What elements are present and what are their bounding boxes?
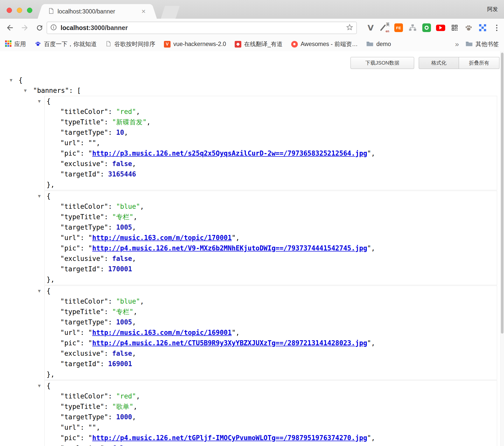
json-number: 1000 bbox=[116, 413, 132, 421]
sitemap-extension-icon[interactable] bbox=[407, 22, 418, 33]
collapse-toggle-icon[interactable]: ▼ bbox=[10, 75, 12, 85]
json-line: "titleColor": "blue", bbox=[45, 296, 497, 307]
json-line: "titleColor": "blue", bbox=[45, 201, 497, 212]
tab-close-icon[interactable]: × bbox=[141, 8, 147, 15]
json-key: "typeTitle" bbox=[60, 308, 104, 316]
json-line: "typeTitle": "专栏", bbox=[45, 307, 497, 317]
bookmark-item-demo-folder[interactable]: demo bbox=[366, 41, 391, 48]
vimium-extension-icon[interactable]: V bbox=[365, 22, 376, 33]
minimize-window-button[interactable] bbox=[17, 8, 22, 13]
youdao-dict-extension-icon[interactable]: 英 en bbox=[379, 22, 390, 33]
collapse-toggle-icon[interactable]: ▼ bbox=[38, 286, 41, 296]
bookmark-label: 在线翻译_有道 bbox=[244, 40, 283, 48]
extensions-row: V 英 en FE bbox=[365, 19, 502, 37]
collapse-toggle-icon[interactable]: ▼ bbox=[24, 85, 27, 96]
json-url-link[interactable]: http://p4.music.126.net/tGPljf-IMOCyPvum… bbox=[92, 434, 367, 442]
json-string: "新碟首发" bbox=[112, 118, 147, 126]
bookmark-item-vue-hackernews[interactable]: V vue-hackernews-2.0 bbox=[164, 41, 226, 48]
json-string: "blue" bbox=[116, 203, 140, 210]
json-object-box: ▼{"titleColor": "blue","typeTitle": "专栏"… bbox=[44, 286, 497, 380]
youdao-pen-icon: 英 en bbox=[380, 23, 389, 33]
kebab-menu-icon bbox=[496, 25, 497, 31]
fehelper-extension-icon[interactable]: FE bbox=[393, 22, 404, 33]
reload-button[interactable] bbox=[35, 23, 44, 32]
close-window-button[interactable] bbox=[7, 8, 12, 13]
page-info-icon[interactable] bbox=[50, 24, 57, 32]
paw-extension-icon[interactable] bbox=[463, 22, 474, 33]
json-line: "typeTitle": "新碟首发", bbox=[45, 117, 497, 127]
json-key: "targetId" bbox=[60, 170, 100, 178]
json-boolean: false bbox=[112, 255, 132, 262]
bookmarks-bar: 应用 百度一下，你就知道 谷歌按时间排序 V vue-hackernews-2.… bbox=[0, 37, 504, 51]
green-shield-extension-icon[interactable] bbox=[421, 22, 432, 33]
forward-button[interactable] bbox=[20, 23, 29, 32]
json-line: "pic": "http://p4.music.126.net/V9-MXz6b… bbox=[45, 243, 497, 254]
bookmarks-bar-right: » 其他书签 bbox=[455, 40, 499, 48]
scrollbar-thumb[interactable] bbox=[501, 53, 503, 334]
json-key: "targetType" bbox=[60, 129, 108, 136]
json-key: "url" bbox=[60, 234, 80, 242]
bookmark-item-baidu[interactable]: 百度一下，你就知道 bbox=[35, 40, 97, 48]
browser-window: localhost:3000/banner × 阿发 localhost:300… bbox=[0, 0, 504, 446]
bookmark-item-awesomes[interactable]: Awesomes - 前端资… bbox=[291, 40, 358, 48]
bookmark-label: 其他书签 bbox=[475, 40, 499, 48]
json-line: "targetId": 170001 bbox=[45, 264, 497, 274]
browser-menu-button[interactable] bbox=[491, 22, 502, 33]
bookmark-item-youdao-translate[interactable]: 在线翻译_有道 bbox=[235, 40, 283, 48]
navigation-bar: localhost:3000/banner V 英 en FE bbox=[0, 19, 504, 37]
json-line: }, bbox=[45, 274, 497, 285]
json-line: "typeTitle": "歌单", bbox=[45, 402, 497, 412]
json-string: "专栏" bbox=[112, 213, 133, 221]
json-line: "exclusive": false, bbox=[45, 159, 497, 169]
json-line: ▼"banners": [ bbox=[0, 85, 504, 96]
bookmark-label: demo bbox=[376, 41, 391, 48]
json-line: { bbox=[45, 286, 497, 296]
bookmark-item-google-sort[interactable]: 谷歌按时间排序 bbox=[105, 40, 155, 48]
url-text: localhost:3000/banner bbox=[61, 24, 346, 32]
bookmark-apps[interactable]: 应用 bbox=[5, 40, 26, 48]
json-url-link[interactable]: http://p4.music.126.net/CTU5B9R9y3XyYBZX… bbox=[92, 339, 367, 347]
other-bookmarks-folder[interactable]: 其他书签 bbox=[466, 40, 499, 48]
json-url-link[interactable]: http://p4.music.126.net/V9-MXz6b2MNhEKju… bbox=[92, 244, 367, 252]
json-string: "专栏" bbox=[112, 308, 133, 316]
json-key: "targetType" bbox=[60, 318, 108, 326]
collapse-toggle-icon[interactable]: ▼ bbox=[38, 381, 41, 391]
collapse-toggle-icon[interactable]: ▼ bbox=[38, 96, 41, 107]
json-url-link[interactable]: http://music.163.com/m/topic/169001 bbox=[92, 329, 232, 336]
json-line: "targetType": 1000, bbox=[45, 412, 497, 422]
json-line: ▼{ bbox=[0, 75, 504, 85]
blue-grid-extension-icon[interactable] bbox=[477, 22, 488, 33]
address-bar[interactable]: localhost:3000/banner bbox=[47, 22, 357, 34]
collapse-toggle-icon[interactable]: ▼ bbox=[38, 191, 41, 201]
json-line: "targetType": 1005, bbox=[45, 317, 497, 328]
scrollbar[interactable] bbox=[500, 51, 504, 446]
bookmark-label: Awesomes - 前端资… bbox=[301, 40, 358, 48]
json-number: 1005 bbox=[116, 224, 132, 231]
json-number: 170001 bbox=[108, 265, 132, 273]
json-url-link[interactable]: http://p3.music.126.net/s25q2x5QyqsAzilC… bbox=[92, 150, 367, 157]
json-key: "titleColor" bbox=[60, 298, 108, 305]
json-key: "exclusive" bbox=[60, 444, 104, 446]
youtube-extension-icon[interactable] bbox=[435, 22, 446, 33]
bookmarks-overflow-chevron[interactable]: » bbox=[455, 40, 459, 48]
new-tab-button[interactable] bbox=[161, 6, 180, 19]
tab-title: localhost:3000/banner bbox=[58, 8, 141, 15]
bookmark-star-icon[interactable] bbox=[346, 24, 353, 32]
json-url-link[interactable]: http://music.163.com/m/topic/170001 bbox=[92, 234, 232, 242]
browser-tab[interactable]: localhost:3000/banner × bbox=[44, 4, 151, 19]
json-key: "pic" bbox=[60, 150, 80, 157]
vimium-glyph: V bbox=[368, 23, 374, 32]
download-json-button[interactable]: 下载JSON数据 bbox=[351, 57, 414, 69]
json-line: "url": "http://music.163.com/m/topic/169… bbox=[45, 328, 497, 338]
json-key: "url" bbox=[60, 329, 80, 336]
qrcode-extension-icon[interactable] bbox=[449, 22, 460, 33]
json-object-box: ▼{"titleColor": "red","typeTitle": "歌单",… bbox=[44, 380, 497, 446]
zoom-window-button[interactable] bbox=[27, 8, 32, 13]
format-button[interactable]: 格式化 bbox=[419, 57, 459, 69]
json-line: "targetType": 1005, bbox=[45, 222, 497, 233]
back-button[interactable] bbox=[6, 23, 14, 32]
collapse-all-button[interactable]: 折叠所有 bbox=[459, 57, 499, 69]
json-key: "url" bbox=[60, 424, 80, 431]
json-tree: ▼{▼"banners": [▼{"titleColor": "red","ty… bbox=[0, 75, 504, 446]
fe-glyph: FE bbox=[394, 23, 403, 32]
